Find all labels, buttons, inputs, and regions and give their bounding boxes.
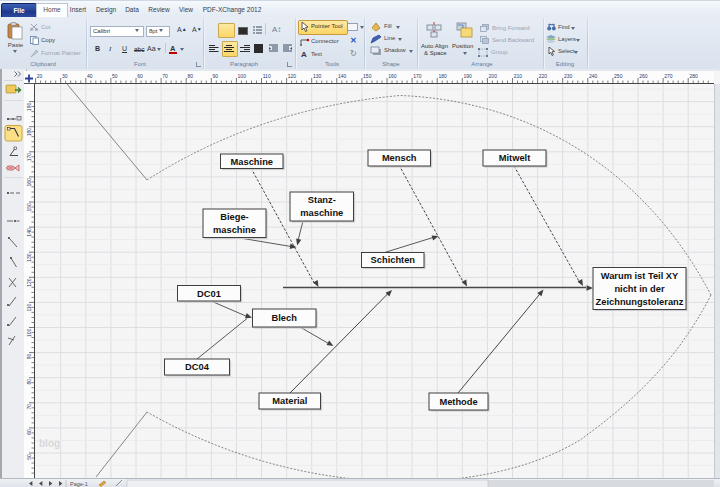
svg-text:150: 150 [363,73,372,79]
svg-text:100: 100 [238,73,247,79]
svg-text:Page-1: Page-1 [70,481,88,487]
svg-text:Zeichnungstoleranz: Zeichnungstoleranz [596,297,684,307]
svg-text:DC04: DC04 [185,362,210,372]
svg-text:190: 190 [464,73,473,79]
svg-text:200: 200 [489,73,498,79]
svg-text:270: 270 [664,73,673,79]
svg-text:220: 220 [539,73,548,79]
svg-text:Material: Material [272,396,307,406]
svg-text:20: 20 [37,73,43,79]
svg-text:maschine: maschine [300,208,343,218]
svg-text:Schichten: Schichten [371,255,416,265]
svg-text:260: 260 [639,73,648,79]
svg-text:230: 230 [564,73,573,79]
svg-text:250: 250 [614,73,623,79]
svg-text:70: 70 [162,73,168,79]
svg-text:Maschine: Maschine [231,157,273,167]
svg-text:90: 90 [213,73,219,79]
svg-text:170: 170 [26,153,32,162]
svg-text:Methode: Methode [439,397,477,407]
svg-text:40: 40 [87,73,93,79]
svg-text:130: 130 [313,73,322,79]
svg-text:100: 100 [26,328,32,337]
svg-text:120: 120 [288,73,297,79]
svg-text:180: 180 [26,128,32,137]
svg-text:nicht in der: nicht in der [614,284,664,294]
svg-text:280: 280 [689,73,698,79]
svg-text:Biege-: Biege- [220,212,248,222]
svg-text:150: 150 [26,203,32,212]
svg-text:210: 210 [514,73,523,79]
svg-text:120: 120 [26,278,32,287]
svg-text:130: 130 [26,253,32,262]
svg-text:140: 140 [26,228,32,237]
svg-text:30: 30 [62,73,68,79]
svg-text:Mitwelt: Mitwelt [499,153,531,163]
svg-text:90: 90 [26,354,32,360]
svg-text:190: 190 [26,103,32,112]
svg-text:140: 140 [338,73,347,79]
svg-text:110: 110 [26,303,32,311]
svg-text:50: 50 [112,73,118,79]
svg-text:Blech: Blech [272,313,298,323]
svg-text:160: 160 [26,178,32,187]
svg-text:60: 60 [137,73,143,79]
svg-text:70: 70 [26,404,32,410]
svg-text:180: 180 [438,73,447,79]
svg-text:80: 80 [187,73,193,79]
svg-text:blog: blog [39,438,60,449]
svg-text:Stanz-: Stanz- [308,195,336,205]
svg-text:50: 50 [26,454,32,460]
svg-text:maschine: maschine [213,225,256,235]
svg-text:110: 110 [263,73,271,79]
svg-text:160: 160 [388,73,397,79]
svg-text:Warum ist Teil XY: Warum ist Teil XY [601,271,679,281]
svg-text:Mensch: Mensch [382,153,417,163]
svg-text:170: 170 [413,73,422,79]
svg-text:80: 80 [26,379,32,385]
svg-text:240: 240 [589,73,598,79]
svg-text:60: 60 [26,429,32,435]
svg-text:DC01: DC01 [197,289,221,299]
